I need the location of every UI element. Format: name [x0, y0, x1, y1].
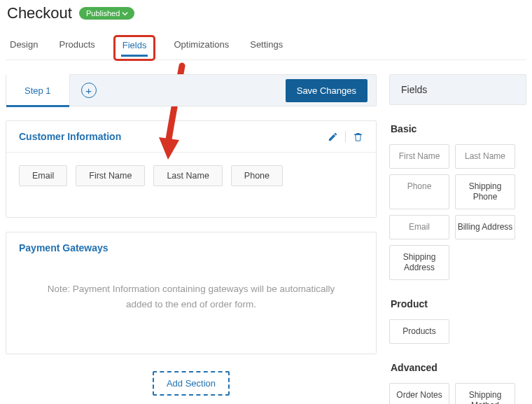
sidebar-chip-email[interactable]: Email	[389, 215, 449, 239]
sidebar-chip-phone[interactable]: Phone	[389, 174, 449, 209]
add-step-button[interactable]: +	[81, 83, 97, 98]
sidebar-chip-shipping-method[interactable]: Shipping Method	[455, 383, 515, 404]
sidebar-header: Fields	[389, 74, 526, 105]
chevron-down-icon	[122, 11, 128, 17]
step-tab-1[interactable]: Step 1	[6, 74, 70, 106]
customer-fields-row: Email First Name Last Name Phone	[6, 153, 376, 217]
status-badge[interactable]: Published	[79, 7, 134, 20]
sidebar-group-title-advanced: Advanced	[391, 362, 526, 373]
section-title: Customer Information	[19, 131, 328, 142]
section-payment-gateways: Payment Gateways Note: Payment Informati…	[6, 232, 377, 354]
section-header: Customer Information	[6, 121, 376, 153]
sidebar-chip-first-name[interactable]: First Name	[389, 144, 449, 169]
sidebar-chip-last-name[interactable]: Last Name	[455, 144, 515, 169]
save-changes-button[interactable]: Save Changes	[286, 79, 368, 102]
tab-design[interactable]: Design	[7, 35, 41, 60]
tab-fields[interactable]: Fields	[113, 35, 156, 61]
section-customer-information: Customer Information Email First Name La…	[6, 120, 377, 218]
section-title: Payment Gateways	[19, 242, 363, 253]
sidebar-chip-billing-address[interactable]: Billing Address	[455, 215, 515, 239]
section-header: Payment Gateways	[6, 232, 376, 263]
gateway-note: Note: Payment Information containing gat…	[6, 263, 376, 354]
sidebar-chip-order-notes[interactable]: Order Notes	[389, 383, 449, 404]
sidebar-basic-grid: First Name Last Name Phone Shipping Phon…	[389, 144, 526, 280]
section-actions	[328, 131, 363, 142]
divider	[345, 131, 346, 142]
right-column: Fields Basic First Name Last Name Phone …	[389, 74, 526, 404]
field-chip-first-name[interactable]: First Name	[76, 165, 145, 186]
delete-icon[interactable]	[353, 132, 363, 142]
field-chip-email[interactable]: Email	[19, 165, 67, 186]
edit-icon[interactable]	[328, 132, 338, 142]
sidebar-chip-shipping-address[interactable]: Shipping Address	[389, 245, 449, 280]
sidebar-chip-products[interactable]: Products	[389, 319, 449, 344]
sidebar-advanced-grid: Order Notes Shipping Method	[389, 383, 526, 404]
left-column: Step 1 + Save Changes Customer Informati…	[6, 74, 377, 403]
tab-products[interactable]: Products	[56, 35, 97, 60]
field-chip-phone[interactable]: Phone	[231, 165, 283, 186]
sidebar-chip-shipping-phone[interactable]: Shipping Phone	[455, 174, 515, 209]
tabs-row: Design Products Fields Optimizations Set…	[6, 25, 526, 60]
tab-optimizations[interactable]: Optimizations	[171, 35, 232, 60]
sidebar-group-title-product: Product	[391, 298, 526, 309]
steps-bar: Step 1 + Save Changes	[6, 74, 377, 106]
sidebar-group-title-basic: Basic	[391, 123, 526, 134]
sidebar-product-grid: Products	[389, 319, 526, 344]
page-title: Checkout	[7, 4, 72, 22]
page-header: Checkout Published	[6, 0, 526, 25]
add-section-button[interactable]: Add Section	[153, 371, 230, 396]
tab-settings[interactable]: Settings	[247, 35, 286, 60]
field-chip-last-name[interactable]: Last Name	[153, 165, 222, 186]
status-badge-label: Published	[86, 9, 120, 18]
